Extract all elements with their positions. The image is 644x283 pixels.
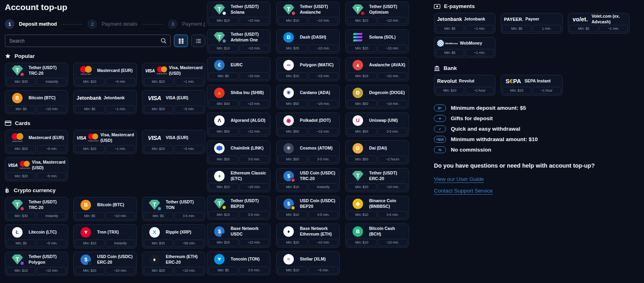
payment-method-card[interactable]: Ł Litecoin (LTC) Min: $5 ~5 min. — [5, 224, 68, 248]
tron-icon: ▼ — [74, 227, 97, 238]
payment-method-card[interactable]: B Bitcoin Cash (BCH) Min: $10 ~10 min. — [345, 224, 409, 248]
payment-method-card[interactable]: $ USD Coin (USDC) BEP20 Min: $10 3-5 min… — [276, 196, 340, 220]
list-view-button[interactable] — [191, 35, 205, 47]
tether-polygon-icon: T — [5, 254, 29, 265]
visa-logo: VISA — [142, 94, 166, 101]
method-min-amount: Min: $20 — [6, 145, 36, 152]
payment-method-card[interactable]: Jetonbank Jetonbank Min: $5 ~1 min. — [434, 13, 495, 34]
tether-bep20-icon: T — [207, 199, 231, 209]
payment-method-card[interactable]: ▼ Tron (TRX) Min: $10 Instantly — [73, 224, 136, 248]
grid-view-button[interactable] — [174, 35, 188, 47]
method-name: Litecoin (LTC) — [29, 230, 68, 235]
method-name: Bitcoin (BTC) — [29, 95, 68, 100]
method-processing-time: ~10 min. — [378, 239, 408, 246]
method-min-amount: Min: $5 — [75, 212, 104, 219]
method-name: Tether (USDT) Optimism — [369, 4, 409, 14]
payment-method-card[interactable]: ♦ Base Network Ethereum (ETH) Min: $20 ~… — [276, 224, 340, 248]
help-link[interactable]: View our User Guide — [434, 176, 484, 182]
method-processing-time: ~23 min. — [239, 100, 269, 107]
payment-method-card[interactable]: ✳ Cardano (ADA) Min: $50 ~29 min. — [276, 85, 340, 109]
method-name: Stellar (XLM) — [300, 256, 339, 262]
payment-method-card[interactable]: VISAmastercard Visa, Mastercard (USD) Mi… — [5, 157, 68, 181]
payment-method-card[interactable]: B Bitcoin (BTC) Min: $5 ~10 min. — [73, 197, 136, 221]
method-processing-time: 3-5 min. — [239, 267, 269, 274]
popular-section-header: Popular — [5, 53, 205, 59]
payment-method-card[interactable]: T Tether (USDT) Avalanche Min: $10 ~10 m… — [276, 2, 340, 26]
payment-method-card[interactable]: T Tether (USDT) Solana Min: $10 ~10 min. — [207, 2, 270, 26]
search-input[interactable] — [5, 35, 170, 47]
help-link[interactable]: Contact Support Service — [434, 188, 493, 194]
tether-erc20-icon: T — [346, 171, 369, 181]
payment-method-card[interactable]: ♦ Ethereum Classic (ETC) Min: $10 ~20 mi… — [207, 168, 270, 192]
method-processing-time: ~10 min. — [106, 267, 135, 274]
method-name: Visa, Mastercard (USD) — [32, 160, 68, 170]
payment-method-card[interactable]: WebMoney WebMoney Min: $5 ~1 min. — [434, 37, 495, 58]
payment-method-card[interactable]: mastercard Mastercard (EUR) Min: $20 ~5 … — [5, 130, 68, 154]
gift-icon: ✦ — [434, 115, 446, 122]
payment-method-card[interactable]: T Tether (USDT) TON Min: $5 3-5 min. — [142, 197, 205, 221]
payment-method-card[interactable]: ◉ Polkadot (DOT) Min: $50 ~16 min. — [276, 113, 340, 137]
stepper-step: 1 Deposit method — [5, 19, 83, 29]
method-processing-time: ~10 min. — [174, 267, 204, 274]
payment-method-card[interactable]: Ð Dogecoin (DOGE) Min: $50 ~19 min. — [345, 85, 409, 109]
benefit-item: +$10 Minimum withdrawal amount: $10 — [434, 136, 630, 143]
payment-method-card[interactable]: ▲ Avalanche (AVAX) Min: $15 ~22 min. — [345, 57, 409, 81]
payment-method-card[interactable]: Revolut Revolut Min: $10 ~1 hour — [434, 75, 495, 96]
payment-method-card[interactable]: ▼ Toncoin (TON) Min: $5 3-5 min. — [207, 251, 270, 275]
payment-method-card[interactable]: S€PA SEPA Instant Min: $10 ~1 hour — [501, 75, 562, 96]
payment-method-card[interactable]: T Tether (USDT) ERC-20 Min: $20 ~10 min. — [345, 168, 409, 192]
payment-method-card[interactable]: T Tether (USDT) Polygon Min: $10 ~10 min… — [5, 252, 68, 276]
payment-method-card[interactable]: $ Base Network USDC Min: $20 ~10 min. — [207, 224, 270, 248]
payment-method-card[interactable]: ✳ Cosmos (ATOM) Min: $50 3-5 min. — [276, 140, 340, 164]
visa-mastercard-icon: VISAmastercard — [142, 66, 169, 75]
method-name: EURC — [231, 62, 270, 68]
payment-method-card[interactable]: VISA VISA (EUR) Min: $20 ~5 min. — [142, 90, 205, 114]
payment-method-card[interactable]: T Tether (USDT) Arbitrum One Min: $10 ~1… — [207, 29, 270, 53]
method-processing-time: ~10 min. — [378, 17, 408, 24]
star-icon — [5, 53, 11, 59]
method-processing-time: ~1 min. — [106, 105, 135, 113]
payment-method-card[interactable]: ♦ Ethereum (ETH) ERC-20 Min: $20 ~10 min… — [142, 252, 205, 276]
method-processing-time: ~10 min. — [239, 45, 269, 52]
method-processing-time: ~19 min. — [378, 100, 408, 107]
payment-method-card[interactable]: ▲ Shiba Inu (SHIB) Min: $40 ~23 min. — [207, 85, 270, 109]
payment-method-card[interactable]: X Ripple (XRP) Min: $30 ~56 min. — [142, 224, 205, 248]
uniswap-icon: U — [346, 115, 369, 126]
tether-arbitrum-icon: T — [207, 32, 231, 42]
payment-method-card[interactable]: T Tether (USDT) TRC-20 Min: $30 Instantl… — [5, 197, 68, 221]
chainlink-icon — [207, 143, 231, 154]
payment-method-card[interactable]: VISAmastercard Visa, Mastercard (USD) Mi… — [142, 63, 205, 87]
payment-method-card[interactable]: B Bitcoin (BTC) Min: $5 ~10 min. — [5, 90, 68, 114]
payment-method-card[interactable]: Jetonbank Jetonbank Min: $5 ~1 min. — [73, 90, 136, 114]
method-processing-time: ~10 min. — [309, 239, 339, 246]
payment-method-card[interactable]: mastercard Mastercard (EUR) Min: $20 ~5 … — [73, 63, 136, 87]
method-processing-time: 3-5 min. — [309, 211, 339, 218]
payment-method-card[interactable]: VISA VISA (EUR) Min: $20 ~5 min. — [142, 130, 205, 154]
payment-method-card[interactable]: Λ Algorand (ALGO) Min: $50 ~22 min. — [207, 113, 270, 137]
payment-method-card[interactable]: VISAmastercard Visa, Mastercard (USD) Mi… — [73, 130, 136, 154]
payment-method-card[interactable]: vo/et. Volet.com (ex. Advcash) Min: $5 ~… — [568, 13, 630, 34]
search-box — [5, 35, 171, 47]
payment-method-card[interactable]: ∞ Polygon (MATIC) Min: $15 ~15 min. — [276, 57, 340, 81]
help-question: Do you have questions or need help with … — [434, 162, 623, 170]
method-name: Algorand (ALGO) — [231, 118, 270, 123]
method-min-amount: Min: $5 — [6, 105, 36, 113]
svg-text:B: B — [5, 188, 9, 194]
method-processing-time: 1 min. — [533, 25, 561, 32]
payment-method-card[interactable]: U Uniswap (UNI) Min: $50 3-5 min. — [345, 113, 409, 137]
payment-method-card[interactable]: € EURC Min: $5 ~15 min. — [207, 57, 270, 81]
payment-method-card[interactable]: PAYEER. Payeer Min: $5 1 min. — [501, 13, 562, 34]
bitcoin-icon: B — [74, 200, 97, 210]
payment-method-card[interactable]: T Tether (USDT) TRC-20 Min: $30 Instantl… — [5, 63, 68, 87]
payment-method-card[interactable]: Solana (SOL) Min: $20 ~15 min. — [345, 29, 409, 53]
payment-method-card[interactable]: ◆ Binance Coin (BNBBSC) Min: $10 3-5 min… — [345, 196, 409, 220]
payment-method-card[interactable]: ≈ Stellar (XLM) Min: $10 ~5 min. — [276, 251, 340, 275]
payment-method-card[interactable]: Đ Dash (DASH) Min: $25 ~15 min. — [276, 29, 340, 53]
eurc-icon: € — [207, 60, 231, 70]
payment-method-card[interactable]: T Tether (USDT) Optimism Min: $10 ~10 mi… — [345, 2, 409, 26]
payment-method-card[interactable]: Chainlink (LINK) Min: $50 3-5 min. — [207, 140, 270, 164]
payment-method-card[interactable]: $ USD Coin (USDC) TRC-20 Min: $10 Instan… — [276, 168, 340, 192]
payment-method-card[interactable]: $ USD Coin (USDC) ERC-20 Min: $20 ~10 mi… — [73, 252, 136, 276]
payment-method-card[interactable]: T Tether (USDT) BEP20 Min: $10 3-5 min. — [207, 196, 270, 220]
payment-method-card[interactable]: Ð Dai (DAI) Min: $50 ~2 hours — [345, 140, 409, 164]
